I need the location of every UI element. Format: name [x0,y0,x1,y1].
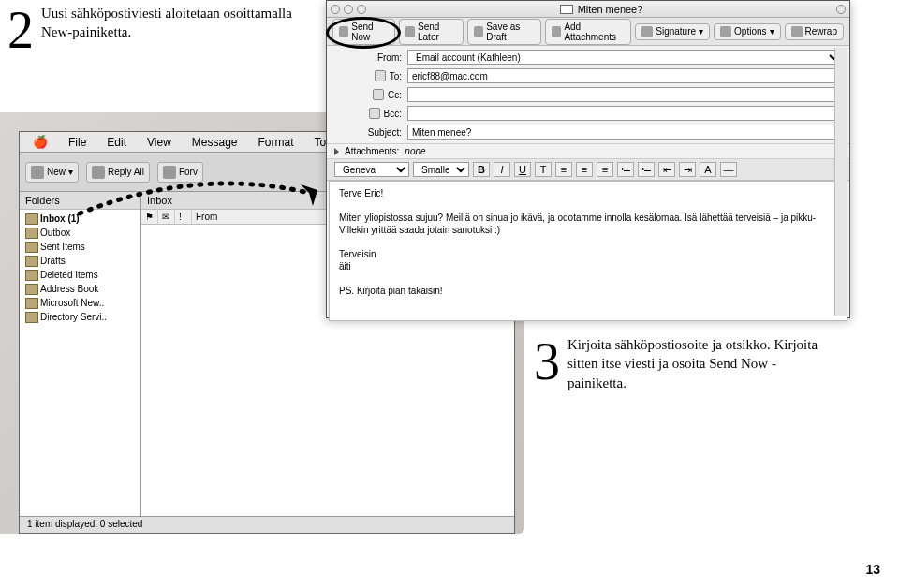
menu-edit[interactable]: Edit [97,134,136,151]
message-body[interactable]: Terve Eric! Miten yliopistossa sujuu? Me… [329,181,847,321]
folder-sent[interactable]: Sent Items [20,240,140,254]
window-right-button[interactable] [836,5,846,14]
folder-list: Inbox (1) Outbox Sent Items Drafts Delet… [20,210,140,326]
paperclip-icon [552,26,561,37]
save-draft-label: Save as Draft [486,22,535,42]
rewrap-label: Rewrap [805,26,837,37]
disclosure-triangle-icon[interactable] [334,148,339,155]
window-close-button[interactable] [331,5,340,14]
folder-directory[interactable]: Directory Servi.. [20,310,140,324]
contact-icon[interactable] [373,89,384,100]
from-label: From: [334,52,402,63]
folder-outbox[interactable]: Outbox [20,226,140,240]
bcc-label: Bcc: [334,108,402,119]
callout-step-3: 3 Kirjoita sähköpostiosoite ja otsikko. … [534,335,833,392]
font-color-button[interactable]: A [700,162,716,177]
signature-button[interactable]: Signature ▾ [635,23,710,40]
hr-button[interactable]: — [720,162,737,177]
compose-title: Miten menee? [370,4,833,15]
options-button[interactable]: Options ▾ [714,23,780,40]
to-label: To: [334,70,402,81]
menu-format[interactable]: Format [249,134,303,151]
text-color-button[interactable]: T [535,162,552,177]
compose-window: Miten menee? Send Now Send Later Save as… [326,0,850,318]
add-attachments-button[interactable]: Add Attachments [545,19,631,45]
body-line-5: PS. Kirjoita pian takaisin! [339,285,837,297]
contact-icon[interactable] [369,108,380,119]
send-later-button[interactable]: Send Later [399,19,464,45]
attachments-row[interactable]: Attachments: none [327,143,849,159]
reply-all-button[interactable]: Reply All [86,162,150,183]
add-attach-label: Add Attachments [564,22,625,42]
folder-address-book[interactable]: Address Book [20,282,140,296]
menu-message[interactable]: Message [183,134,247,151]
folder-pane: Folders Inbox (1) Outbox Sent Items Draf… [20,192,141,520]
compose-title-text: Miten menee? [578,4,643,15]
forward-icon [163,166,176,179]
cc-label: Cc: [334,89,402,100]
bullet-list-button[interactable]: ≔ [638,162,655,177]
align-center-button[interactable]: ≡ [576,162,593,177]
compose-scrollbar[interactable] [834,48,847,316]
options-icon [720,26,731,37]
body-line-2: Miten yliopistossa sujuu? Meillä on sinu… [339,212,837,236]
compose-titlebar: Miten menee? [327,1,849,18]
forward-button[interactable]: Forv [157,162,203,183]
compose-toolbar: Send Now Send Later Save as Draft Add At… [327,18,849,46]
folder-drafts[interactable]: Drafts [20,254,140,268]
from-select[interactable]: Email account (Kathleen) [407,50,842,65]
forward-label: Forv [179,167,198,177]
send-later-icon [405,26,415,37]
mail-icon [560,5,573,14]
menu-view[interactable]: View [138,134,181,151]
bold-button[interactable]: B [473,162,490,177]
send-later-label: Send Later [418,22,457,42]
signature-label: Signature [656,26,696,37]
callout-3-text: Kirjoita sähköpostiosoite ja otsikko. Ki… [534,335,833,392]
save-draft-button[interactable]: Save as Draft [467,19,541,45]
new-label: New [47,167,66,177]
window-min-button[interactable] [344,5,353,14]
align-right-button[interactable]: ≡ [597,162,613,177]
size-select[interactable]: Smaller [413,162,469,177]
body-line-4: äiti [339,260,837,272]
new-icon [31,166,44,179]
callout-3-number: 3 [534,335,560,388]
body-line-3: Terveisin [339,248,837,260]
attachments-label: Attachments: [345,146,399,156]
subject-field[interactable] [407,125,842,140]
outdent-button[interactable]: ⇤ [658,162,675,177]
folder-ms-news[interactable]: Microsoft New.. [20,296,140,310]
body-line-1: Terve Eric! [339,187,837,199]
italic-button[interactable]: I [494,162,510,177]
underline-button[interactable]: U [514,162,531,177]
numbered-list-button[interactable]: ≔ [617,162,634,177]
callout-2-number: 2 [7,4,34,56]
to-field[interactable] [407,68,842,83]
indent-button[interactable]: ⇥ [679,162,696,177]
rewrap-button[interactable]: Rewrap [785,23,844,40]
apple-menu-icon[interactable]: 🍎 [23,133,57,151]
window-zoom-button[interactable] [357,5,366,14]
guide-arrow [75,185,318,223]
contact-icon[interactable] [375,70,386,81]
font-select[interactable]: Geneva [334,162,409,177]
subject-label: Subject: [334,127,402,138]
folder-deleted[interactable]: Deleted Items [20,268,140,282]
new-button[interactable]: New ▾ [25,162,79,183]
status-bar: 1 item displayed, 0 selected [20,516,514,533]
menu-file[interactable]: File [59,134,96,151]
options-label: Options [734,26,766,37]
reply-all-icon [92,166,105,179]
callout-step-2: 2 Uusi sähköpostiviesti aloitetaan osoit… [7,4,326,56]
bcc-field[interactable] [407,106,842,121]
page-number: 13 [865,562,880,577]
reply-all-label: Reply All [108,167,144,177]
rewrap-icon [791,26,803,37]
format-toolbar: Geneva Smaller B I U T ≡ ≡ ≡ ≔ ≔ ⇤ ⇥ A — [327,159,849,181]
attachments-value: none [405,146,425,156]
compose-headers: From: Email account (Kathleen) To: Cc: B… [327,46,849,143]
signature-icon [641,26,653,37]
cc-field[interactable] [407,87,842,102]
align-left-button[interactable]: ≡ [555,162,572,177]
